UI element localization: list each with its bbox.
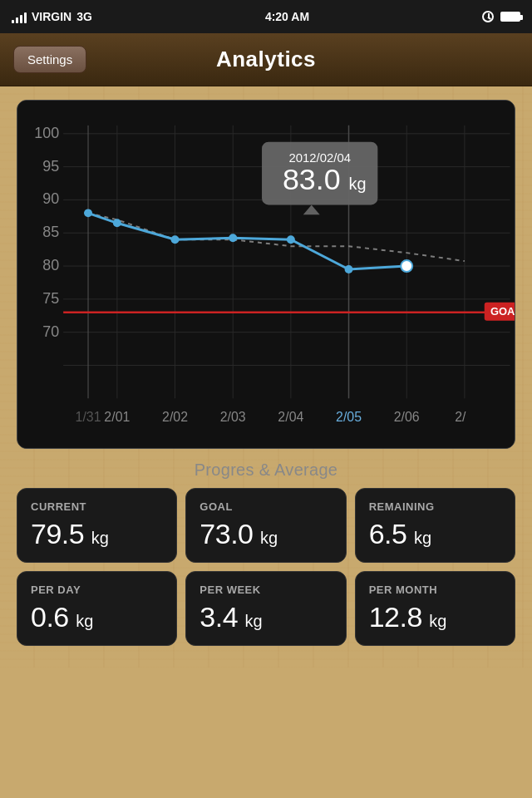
svg-text:1/31: 1/31	[76, 410, 101, 424]
chart-svg: 100 95 90 85 80 75 70 1/31 2/01 2/02 2/0…	[17, 101, 515, 448]
nav-bar: Settings Analytics	[0, 33, 532, 86]
goal-stat: GOAL 73.0 kg	[185, 488, 346, 563]
svg-text:100: 100	[34, 125, 59, 141]
settings-button[interactable]: Settings	[13, 46, 86, 73]
current-value: 79.5 kg	[31, 518, 163, 550]
svg-text:95: 95	[42, 158, 59, 175]
svg-text:kg: kg	[349, 175, 367, 193]
network-label: 3G	[76, 10, 92, 23]
current-stat: CURRENT 79.5 kg	[17, 488, 177, 563]
svg-text:2/05: 2/05	[336, 410, 362, 424]
svg-text:2/03: 2/03	[220, 410, 246, 424]
per-month-label: PER MONTH	[369, 584, 501, 596]
svg-point-37	[113, 219, 121, 227]
per-day-label: PER DAY	[31, 584, 163, 596]
per-week-stat: PER WEEK 3.4 kg	[185, 571, 346, 646]
stats-row-2: PER DAY 0.6 kg PER WEEK 3.4 kg PER MONTH…	[17, 571, 515, 646]
battery-icon	[500, 12, 520, 22]
status-right	[482, 11, 520, 22]
svg-point-42	[401, 260, 412, 272]
page-title: Analytics	[216, 47, 316, 72]
per-week-value: 3.4 kg	[200, 601, 332, 633]
remaining-stat: REMAINING 6.5 kg	[355, 488, 515, 563]
svg-text:85: 85	[42, 224, 59, 240]
svg-text:2/01: 2/01	[104, 410, 130, 424]
clock-icon	[482, 11, 494, 22]
svg-point-41	[345, 265, 353, 273]
svg-point-38	[171, 235, 180, 244]
svg-text:90: 90	[42, 190, 59, 207]
svg-text:70: 70	[42, 323, 59, 340]
svg-point-39	[229, 234, 237, 242]
svg-point-40	[287, 235, 295, 244]
goal-label: GOAL	[200, 500, 332, 513]
goal-value: 73.0 kg	[200, 518, 332, 550]
signal-icon	[12, 10, 27, 23]
remaining-label: REMAINING	[369, 500, 501, 513]
current-label: CURRENT	[31, 500, 163, 513]
section-title: Progres & Average	[17, 449, 515, 488]
per-month-value: 12.8 kg	[369, 601, 501, 633]
per-day-value: 0.6 kg	[31, 601, 163, 633]
svg-text:2/: 2/	[455, 410, 466, 424]
svg-text:75: 75	[42, 290, 59, 307]
per-day-stat: PER DAY 0.6 kg	[17, 571, 177, 646]
svg-text:2/02: 2/02	[162, 410, 188, 424]
svg-text:2/04: 2/04	[278, 410, 303, 424]
time-label: 4:20 AM	[265, 10, 309, 23]
svg-text:2012/02/04: 2012/02/04	[288, 150, 351, 165]
svg-point-36	[84, 209, 92, 217]
status-bar: VIRGIN 3G 4:20 AM	[0, 0, 532, 33]
per-month-stat: PER MONTH 12.8 kg	[355, 571, 515, 646]
carrier-label: VIRGIN	[32, 10, 71, 23]
weight-chart[interactable]: 100 95 90 85 80 75 70 1/31 2/01 2/02 2/0…	[17, 100, 515, 449]
svg-text:80: 80	[42, 257, 59, 273]
stats-row-1: CURRENT 79.5 kg GOAL 73.0 kg REMAINING 6…	[17, 488, 515, 563]
status-left: VIRGIN 3G	[12, 10, 92, 23]
main-content: 100 95 90 85 80 75 70 1/31 2/01 2/02 2/0…	[0, 86, 532, 667]
remaining-value: 6.5 kg	[369, 518, 501, 550]
svg-text:2/06: 2/06	[394, 410, 420, 424]
svg-text:83.0: 83.0	[283, 163, 341, 196]
per-week-label: PER WEEK	[200, 584, 332, 596]
svg-text:GOAL: GOAL	[490, 305, 515, 318]
